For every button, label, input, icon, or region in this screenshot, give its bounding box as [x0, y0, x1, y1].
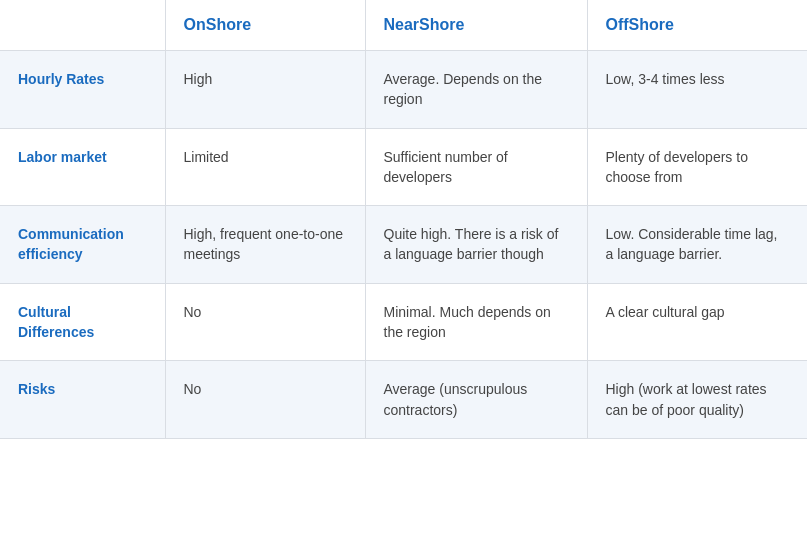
row-label: Cultural Differences — [0, 283, 165, 361]
row-label: Communication efficiency — [0, 206, 165, 284]
row-label: Hourly Rates — [0, 51, 165, 129]
row-label: Risks — [0, 361, 165, 439]
table-row: Cultural DifferencesNoMinimal. Much depe… — [0, 283, 807, 361]
cell-offshore: High (work at lowest rates can be of poo… — [587, 361, 807, 439]
cell-nearshore: Minimal. Much depends on the region — [365, 283, 587, 361]
header-row: OnShore NearShore OffShore — [0, 0, 807, 51]
cell-onshore: High, frequent one-to-one meetings — [165, 206, 365, 284]
cell-nearshore: Average (unscrupulous contractors) — [365, 361, 587, 439]
cell-offshore: Low. Considerable time lag, a language b… — [587, 206, 807, 284]
cell-onshore: No — [165, 283, 365, 361]
header-empty — [0, 0, 165, 51]
table-row: Labor marketLimitedSufficient number of … — [0, 128, 807, 206]
table-body: Hourly RatesHighAverage. Depends on the … — [0, 51, 807, 439]
cell-offshore: Plenty of developers to choose from — [587, 128, 807, 206]
header-nearshore: NearShore — [365, 0, 587, 51]
cell-nearshore: Average. Depends on the region — [365, 51, 587, 129]
table-row: Hourly RatesHighAverage. Depends on the … — [0, 51, 807, 129]
cell-nearshore: Sufficient number of developers — [365, 128, 587, 206]
cell-onshore: No — [165, 361, 365, 439]
table-row: RisksNoAverage (unscrupulous contractors… — [0, 361, 807, 439]
header-onshore: OnShore — [165, 0, 365, 51]
cell-offshore: Low, 3-4 times less — [587, 51, 807, 129]
table-row: Communication efficiencyHigh, frequent o… — [0, 206, 807, 284]
cell-nearshore: Quite high. There is a risk of a languag… — [365, 206, 587, 284]
comparison-table: OnShore NearShore OffShore Hourly RatesH… — [0, 0, 807, 439]
header-offshore: OffShore — [587, 0, 807, 51]
cell-onshore: High — [165, 51, 365, 129]
cell-onshore: Limited — [165, 128, 365, 206]
row-label: Labor market — [0, 128, 165, 206]
cell-offshore: A clear cultural gap — [587, 283, 807, 361]
